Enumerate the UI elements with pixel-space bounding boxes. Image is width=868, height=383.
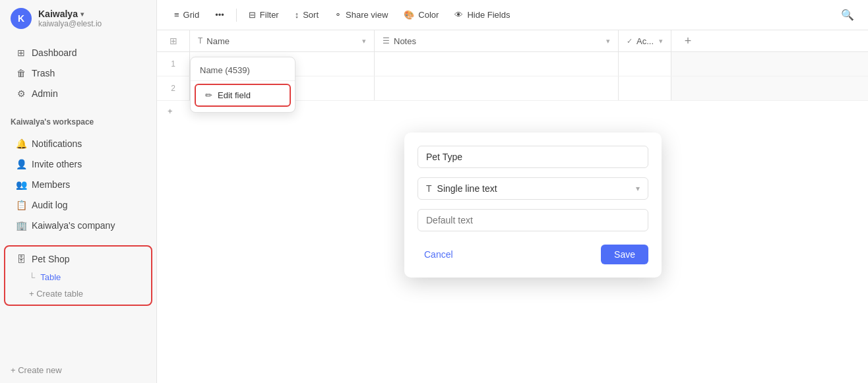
hide-fields-btn[interactable]: 👁 Hide Fields [448, 7, 516, 23]
create-table-btn[interactable]: + Create table [5, 285, 151, 302]
workspace-label: Kaiwalya's workspace [0, 109, 156, 131]
share-view-btn[interactable]: ⚬ Share view [328, 7, 394, 23]
chevron-down-icon: ▾ [80, 11, 84, 18]
notifications-icon: 🔔 [16, 138, 26, 149]
user-email: kaiwalya@elest.io [38, 19, 102, 28]
sort-btn[interactable]: ↕ Sort [288, 7, 325, 23]
avatar: K [11, 8, 32, 29]
cell-notes-1[interactable] [375, 52, 619, 76]
add-column-btn[interactable]: + [671, 30, 704, 51]
sort-icon: ↕ [295, 10, 299, 20]
edit-field-btn[interactable]: ✏ Edit field [195, 84, 291, 107]
hide-fields-icon: 👁 [454, 10, 463, 20]
more-icon: ••• [215, 10, 224, 20]
user-info: Kaiwalya ▾ kaiwalya@elest.io [38, 9, 102, 28]
color-btn[interactable]: 🎨 Color [397, 7, 445, 23]
col-header-ac[interactable]: ✓ Ac... ▾ [619, 30, 671, 51]
col-ac-type-icon: ✓ [627, 37, 633, 45]
cell-empty-1 [671, 52, 868, 76]
col-header-name[interactable]: T Name ▾ Name (4539) ✏ Edit field [190, 30, 375, 51]
sidebar-item-notifications[interactable]: 🔔 Notifications [5, 134, 151, 154]
sidebar-item-table[interactable]: └ Table [5, 269, 151, 285]
share-icon: ⚬ [334, 10, 342, 20]
company-icon: 🏢 [16, 220, 26, 231]
toolbar-divider [236, 9, 237, 22]
sidebar-item-members[interactable]: 👥 Members [5, 175, 151, 194]
sidebar-header: K Kaiwalya ▾ kaiwalya@elest.io [0, 0, 156, 37]
main-content: ≡ Grid ••• ⊟ Filter ↕ Sort ⚬ Share view … [157, 0, 868, 383]
cell-ac-1[interactable] [619, 52, 671, 76]
sidebar-item-invite[interactable]: 👤 Invite others [5, 154, 151, 174]
dashboard-icon: ⊞ [16, 47, 26, 58]
sidebar-item-trash[interactable]: 🗑 Trash [5, 63, 151, 83]
table-branch-icon: └ [29, 272, 35, 282]
field-type-chevron-icon: ▾ [636, 184, 640, 193]
cell-notes-2[interactable] [375, 76, 619, 100]
color-icon: 🎨 [404, 10, 414, 20]
col-name-chevron: ▾ [362, 37, 366, 45]
sidebar-item-company[interactable]: 🏢 Kaiwalya's company [5, 216, 151, 235]
sidebar: K Kaiwalya ▾ kaiwalya@elest.io ⊞ Dashboa… [0, 0, 157, 383]
col-notes-chevron: ▾ [606, 37, 610, 45]
grid-header: ⊞ T Name ▾ Name (4539) ✏ Edit field [157, 30, 868, 52]
cell-empty-2 [671, 76, 868, 100]
col-name-type-icon: T [198, 36, 202, 45]
sidebar-item-dashboard[interactable]: ⊞ Dashboard [5, 43, 151, 63]
row-num-2: 2 [157, 76, 190, 100]
add-row-icon: + [168, 106, 173, 116]
field-type-icon: T [426, 183, 432, 194]
col-header-notes[interactable]: ☰ Notes ▾ [375, 30, 619, 51]
modal-actions: Cancel Save [418, 245, 648, 264]
trash-icon: 🗑 [16, 68, 26, 78]
expand-icon: ⊞ [170, 36, 177, 46]
grid: ⊞ T Name ▾ Name (4539) ✏ Edit field [157, 30, 868, 121]
members-icon: 👥 [16, 179, 26, 190]
database-icon: 🗄 [16, 254, 26, 264]
edit-icon: ✏ [205, 90, 212, 100]
admin-icon: ⚙ [16, 88, 26, 99]
search-icon: 🔍 [841, 9, 854, 20]
sidebar-nav: ⊞ Dashboard 🗑 Trash ⚙ Admin [0, 37, 156, 109]
sidebar-item-admin[interactable]: ⚙ Admin [5, 84, 151, 103]
sidebar-item-petshop[interactable]: 🗄 Pet Shop [5, 249, 151, 269]
user-name[interactable]: Kaiwalya ▾ [38, 9, 102, 19]
sidebar-item-audit-log[interactable]: 📋 Audit log [5, 195, 151, 215]
field-name-input[interactable] [418, 146, 648, 168]
filter-btn[interactable]: ⊟ Filter [242, 7, 286, 23]
workspace-section: 🔔 Notifications 👤 Invite others 👥 Member… [0, 131, 156, 239]
pet-shop-database: 🗄 Pet Shop └ Table + Create table [4, 245, 152, 306]
col-notes-type-icon: ☰ [383, 36, 390, 45]
col-dropdown-header: Name (4539) [191, 60, 295, 81]
edit-field-modal: T Single line text ▾ Cancel Save [404, 133, 662, 278]
audit-log-icon: 📋 [16, 200, 26, 210]
col-ac-chevron: ▾ [659, 37, 663, 45]
create-new-btn[interactable]: + Create new [0, 357, 156, 383]
cell-ac-2[interactable] [619, 76, 671, 100]
search-btn[interactable]: 🔍 [838, 5, 857, 24]
grid-icon: ≡ [174, 10, 179, 20]
save-button[interactable]: Save [601, 245, 648, 264]
field-type-label: Single line text [437, 183, 631, 194]
cancel-button[interactable]: Cancel [418, 245, 460, 264]
field-type-select[interactable]: T Single line text ▾ [418, 177, 648, 200]
default-text-input[interactable] [418, 209, 648, 231]
row-num-header: ⊞ [157, 30, 190, 51]
more-options-btn[interactable]: ••• [208, 7, 231, 23]
col-name-label: Name [206, 36, 230, 46]
filter-icon: ⊟ [249, 10, 256, 20]
toolbar: ≡ Grid ••• ⊟ Filter ↕ Sort ⚬ Share view … [157, 0, 868, 30]
grid-view-btn[interactable]: ≡ Grid [168, 7, 206, 23]
invite-icon: 👤 [16, 159, 26, 169]
col-name-dropdown: Name (4539) ✏ Edit field [190, 57, 295, 113]
grid-container: ⊞ T Name ▾ Name (4539) ✏ Edit field [157, 30, 868, 383]
col-notes-label: Notes [394, 36, 416, 46]
col-ac-label: Ac... [636, 36, 654, 46]
row-num-1: 1 [157, 52, 190, 76]
